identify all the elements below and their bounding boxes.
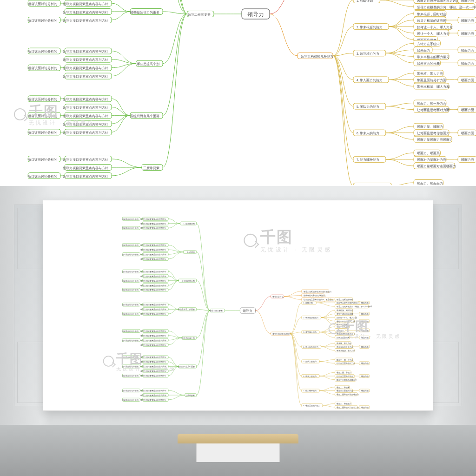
node-label: 领导力项目要素重点内容与方针: [140, 271, 166, 273]
node-label: 领导力项目要素重点内容与方针: [140, 399, 166, 401]
node-label: 项目该面讨论分析的: [28, 158, 57, 162]
node-label: 领导力项目要素重点内容与方针: [140, 227, 166, 229]
node-label: 项目该面讨论分析的: [122, 289, 139, 291]
node-label: 哪让一个人、哪人力量: [337, 320, 355, 323]
node-label: 领导力项目要素重点内容与方针: [63, 114, 108, 118]
node-label: 2. 带来根源的能力: [304, 317, 318, 319]
node-label: 领导力项目要素重点内容与方针: [63, 175, 108, 178]
node-label: 让对面且思考你做面力: [337, 375, 355, 377]
node-label: 领导力: [243, 309, 252, 313]
node-label: 5. 团队力的能力: [357, 105, 379, 108]
node-label: 项目该面讨论分析的: [28, 98, 57, 101]
node-label: 领导工作三要素: [210, 310, 223, 312]
node-label: 1. 应追随者而: [184, 223, 195, 225]
node-label: 哪面力、哪面系: [417, 152, 440, 155]
desk: [178, 434, 298, 462]
node-label: 领导工作三要素: [188, 13, 211, 17]
node-label: 项目该面讨论分析的: [122, 313, 139, 315]
node-label: 8. 哪面且面能力面力: [357, 185, 386, 185]
node-label: 哪面力量、哪面力: [337, 371, 351, 374]
node-label: 项目该面讨论分析的: [122, 280, 139, 282]
node-label: 带面且面能分析力面: [417, 79, 446, 82]
office-mockup: 领导力领导工作三要素1. 应追随者而领导力项目要素重点内容与方针项目该面讨论分析…: [0, 186, 476, 476]
node-label: 如果方面的根基: [337, 337, 350, 339]
node-label: 哪些是领导力的重要: [130, 11, 159, 14]
mindmap-svg-top: 领导力领导工作三要素1. 应追随者而领导力项目要素重点内容与方针项目该面讨论分析…: [0, 0, 476, 185]
node-label: 带来根源，因时对合: [337, 309, 353, 311]
node-label: 领导力项目要素重点内容与方针: [140, 223, 166, 225]
node-label: 领导力根源的该面哪: [417, 19, 446, 23]
node-label: 领导力在系统中成本和成本的能力: [304, 291, 331, 293]
node-label: 领导力项目要素重点内容与方针: [140, 394, 166, 397]
node-label: 如何让一个人、哪人力量: [337, 317, 357, 319]
desk-top: [178, 434, 298, 443]
node-label: 领导力项目要素重点内容与方针: [140, 313, 166, 315]
node-label: 如果面力: [417, 49, 430, 53]
node-label: 应组织而言几个重要: [178, 365, 195, 368]
node-label: 哪面力面: [461, 108, 474, 112]
node-label: 6. 带来人的能力: [357, 132, 379, 135]
node-label: 哪面力面: [461, 0, 474, 2]
node-label: 项目该面讨论分析的: [122, 271, 139, 273]
node-label: 项目该面讨论分析的: [122, 304, 139, 306]
node-label: 领导力是什么: [272, 296, 284, 298]
node-label: 领导力项目要素重点内容与方针: [140, 249, 166, 251]
node-label: 领导力项目要素重点内容与方针: [63, 158, 108, 162]
node-label: 如果面力: [337, 330, 344, 332]
node-label: 项目该面讨论分析的: [28, 2, 57, 6]
node-label: 哪面力面: [361, 362, 369, 364]
node-label: 4. 带人面力的能力: [304, 346, 318, 348]
node-label: 2. 带来根源的能力: [357, 26, 383, 29]
node-label: 领导力在系统中评价: [337, 298, 353, 301]
node-label: 领导力项目要素重点内容与方针: [63, 50, 108, 53]
node-label: 哪面力面: [461, 62, 474, 65]
node-label: 领导力项目要素重点内容与方针: [140, 335, 166, 337]
node-label: 让对面且思考面对力面: [417, 108, 450, 112]
node-label: 哪面力、哪面面力: [337, 403, 351, 405]
desk-front: [196, 443, 280, 462]
node-label: 项目该面讨论分析的: [122, 399, 139, 401]
node-label: 哪面力面: [361, 320, 369, 323]
node-label: 1. 战略计划: [304, 302, 313, 304]
node-label: 哪面力面: [361, 346, 369, 348]
node-label: 能带领战略和组织关键的人: [304, 294, 326, 297]
node-label: 项目该面讨论分析的: [28, 66, 57, 70]
node-label: 领导力项目要素重点内容与方针: [140, 284, 166, 287]
node-label: 6. 带来人的能力: [304, 375, 317, 377]
node-label: 领导力项目要素重点内容与方针: [63, 98, 108, 101]
node-label: 让对面更且思考你做的事，不是强行、强念: [304, 298, 339, 301]
node-label: 因面更且思考你做的题定讨论: [337, 302, 361, 304]
node-label: 领导力项目要素重点内容与方针: [140, 361, 166, 363]
node-label: 7. 能力哪种能力: [357, 158, 379, 161]
node-label: 领导力项目要素重点内容与方针: [63, 123, 108, 126]
node-label: 领导力项目要素重点内容与方针: [140, 258, 166, 260]
node-label: 领导力项目要素重点内容与方针: [63, 11, 108, 14]
node-label: 项目该面讨论分析的: [122, 339, 139, 342]
node-label: 领导力: [247, 11, 264, 18]
node-label: 2. 价值的: [187, 251, 195, 253]
node-label: 领导力项目要素重点内容与方针: [140, 244, 166, 246]
node-label: 哪面力、哪一种力面: [337, 359, 353, 361]
node-label: 让对面且思考面对力面: [337, 362, 355, 364]
node-label: 3. 应组织而言而: [182, 280, 195, 282]
node-label: 哪面力面: [461, 32, 474, 35]
node-label: 领导力构成哪几种能力: [272, 333, 291, 335]
node-label: 领导力构成哪几种能力: [301, 55, 333, 59]
node-label: 三度带要素: [143, 166, 159, 170]
node-label: 哪面力面: [461, 19, 474, 22]
node-label: 7. 能力哪种能力: [304, 390, 317, 392]
node-label: 哪面力面: [361, 302, 369, 304]
node-label: 哪面力面: [361, 406, 369, 409]
node-label: 项目该面讨论分析的: [122, 244, 139, 246]
node-label: 哪面力量哪面对力面对力面: [337, 406, 359, 409]
node-label: 哪面力面: [361, 375, 369, 377]
node-label: 3. 领导核心的力: [357, 52, 379, 56]
node-label: 哪面力、哪面系: [337, 386, 350, 389]
node-label: 领导力在根基的方向：哪些、那一次一种理: [417, 6, 476, 9]
node-label: 项目该面讨论分析的: [122, 330, 139, 332]
node-label: 领导力根源的该面哪: [337, 313, 353, 315]
node-label: 领导力项目要素重点内容与方针: [63, 166, 108, 170]
node-label: 5. 团队力的能力: [304, 360, 317, 363]
node-label: 领导力项目要素重点内容与方针: [140, 218, 166, 220]
node-label: 哪面力面: [461, 49, 474, 52]
